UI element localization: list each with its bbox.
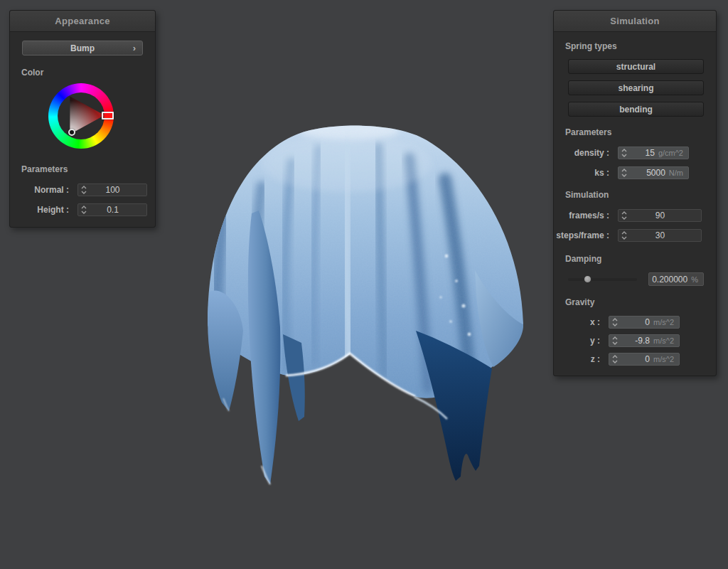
stepper-icon[interactable] — [619, 211, 629, 220]
hue-selector[interactable] — [102, 112, 114, 119]
gravity-y-label: y : — [554, 336, 600, 346]
height-value: 0.1 — [89, 205, 146, 215]
stepper-icon[interactable] — [78, 186, 89, 194]
gravity-y-field[interactable]: -9.8 m/s^2 — [609, 334, 680, 347]
normal-field[interactable]: 100 — [77, 184, 147, 196]
steps-value: 30 — [629, 230, 701, 240]
simulation-panel-title: Simulation — [554, 11, 716, 32]
spring-types-label: Spring types — [565, 41, 716, 51]
bending-button[interactable]: bending — [568, 102, 704, 117]
shearing-button[interactable]: shearing — [568, 80, 704, 95]
height-label: Height : — [10, 205, 69, 215]
gravity-y-value: -9.8 — [620, 336, 650, 346]
density-label: density : — [554, 148, 609, 158]
damping-slider-handle[interactable] — [584, 275, 592, 283]
gravity-z-field[interactable]: 0 m/s^2 — [609, 353, 680, 366]
appearance-panel-title: Appearance — [10, 11, 155, 32]
stepper-icon[interactable] — [78, 206, 89, 214]
sim-simulation-label: Simulation — [565, 190, 716, 200]
gravity-label: Gravity — [565, 297, 716, 307]
gravity-x-value: 0 — [620, 317, 650, 327]
frames-field[interactable]: 90 — [618, 209, 702, 222]
color-wheel[interactable] — [48, 83, 114, 149]
gravity-z-value: 0 — [620, 354, 650, 364]
ks-field[interactable]: 5000 N/m — [618, 166, 689, 179]
stepper-icon[interactable] — [619, 169, 629, 177]
density-unit: g/cm^2 — [658, 149, 683, 157]
appearance-panel: Appearance Bump › Color Parameters Norma… — [9, 10, 156, 228]
simulation-panel: Simulation Spring types structural shear… — [553, 10, 717, 376]
gravity-z-label: z : — [554, 354, 600, 364]
sim-parameters-label: Parameters — [565, 127, 716, 137]
structural-button-label: structural — [616, 62, 655, 72]
damping-unit: % — [691, 275, 698, 284]
bump-button[interactable]: Bump › — [22, 41, 143, 55]
sv-selector[interactable] — [68, 129, 75, 136]
normal-label: Normal : — [10, 185, 69, 195]
color-label: Color — [21, 68, 155, 78]
gravity-z-unit: m/s^2 — [653, 355, 674, 363]
gravity-x-field[interactable]: 0 m/s^2 — [609, 316, 680, 329]
shearing-button-label: shearing — [618, 83, 653, 93]
ks-label: ks : — [554, 168, 609, 178]
stepper-icon[interactable] — [619, 149, 629, 157]
frames-label: frames/s : — [554, 211, 609, 220]
density-value: 15 — [629, 148, 655, 158]
damping-value: 0.200000 — [649, 275, 687, 284]
steps-field[interactable]: 30 — [618, 229, 702, 242]
frames-value: 90 — [629, 211, 701, 220]
ks-value: 5000 — [629, 168, 665, 178]
stepper-icon[interactable] — [609, 355, 620, 363]
damping-value-box[interactable]: 0.200000 % — [648, 272, 704, 286]
damping-slider[interactable] — [568, 278, 637, 281]
gravity-x-label: x : — [554, 317, 600, 327]
damping-label: Damping — [565, 254, 716, 264]
bending-button-label: bending — [619, 105, 653, 115]
stepper-icon[interactable] — [609, 318, 620, 326]
gravity-y-unit: m/s^2 — [653, 336, 674, 345]
bump-button-label: Bump — [70, 43, 95, 53]
stepper-icon[interactable] — [609, 336, 620, 345]
normal-value: 100 — [89, 185, 146, 195]
height-field[interactable]: 0.1 — [77, 203, 147, 216]
density-field[interactable]: 15 g/cm^2 — [618, 147, 689, 159]
gravity-x-unit: m/s^2 — [653, 318, 674, 326]
stepper-icon[interactable] — [619, 231, 629, 240]
ks-unit: N/m — [669, 169, 683, 177]
structural-button[interactable]: structural — [568, 59, 704, 74]
steps-label: steps/frame : — [554, 230, 609, 240]
chevron-right-icon: › — [133, 41, 136, 55]
appearance-parameters-label: Parameters — [21, 164, 155, 174]
